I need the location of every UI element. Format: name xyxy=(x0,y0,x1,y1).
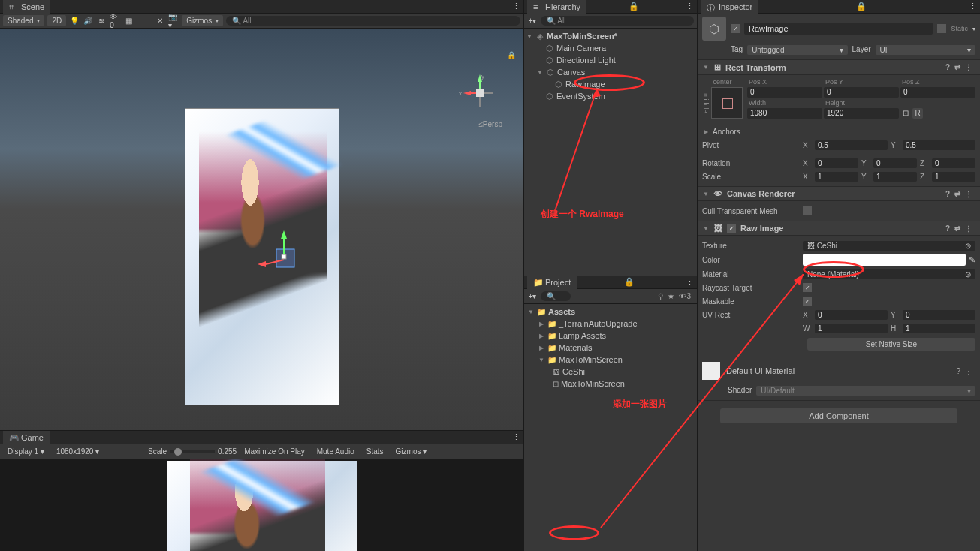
shading-dropdown[interactable]: Shaded xyxy=(3,15,44,26)
pivot-y-field[interactable]: 0.5 xyxy=(903,140,975,150)
static-checkbox[interactable] xyxy=(937,24,946,33)
hidden-icon[interactable]: 👁3 xyxy=(679,292,691,300)
uv-x-field[interactable]: 0 xyxy=(815,310,888,320)
blueprint-icon[interactable]: ⊡ xyxy=(900,108,911,119)
raw-edit-icon[interactable]: R xyxy=(912,108,923,119)
mode-2d-toggle[interactable]: 2D xyxy=(47,15,66,26)
preset-icon[interactable]: ⇄ xyxy=(954,224,960,233)
menu-icon[interactable]: ⋮ xyxy=(965,224,972,233)
cull-checkbox[interactable] xyxy=(803,206,812,215)
lock-gizmo-icon[interactable]: 🔒 xyxy=(507,51,516,59)
project-asset-ceshi[interactable]: 🖼CeShi xyxy=(524,366,697,378)
canvas-renderer-header[interactable]: ▼👁Canvas Renderer?⇄⋮ xyxy=(698,186,980,201)
expand-icon[interactable]: ▼ xyxy=(536,69,544,76)
rot-z-field[interactable]: 0 xyxy=(932,158,975,168)
height-field[interactable]: 1920 xyxy=(824,108,899,119)
uv-w-field[interactable]: 1 xyxy=(815,324,888,333)
rot-y-field[interactable]: 0 xyxy=(873,158,917,168)
posy-field[interactable]: 0 xyxy=(824,87,899,97)
material-preview[interactable] xyxy=(702,362,720,380)
project-folder[interactable]: ▶📁_TerrainAutoUpgrade xyxy=(524,318,697,330)
scene-menu-icon[interactable]: ⋮ xyxy=(512,2,520,11)
component-enabled-checkbox[interactable] xyxy=(727,224,736,233)
display-dropdown[interactable]: Display 1 ▾ xyxy=(3,446,49,457)
help-icon[interactable]: ? xyxy=(945,190,950,198)
orientation-gizmo-icon[interactable]: x y xyxy=(457,71,502,116)
expand-icon[interactable]: ▼ xyxy=(526,33,533,40)
camera-icon[interactable]: 📷▾ xyxy=(168,16,179,26)
hierarchy-item-light[interactable]: ⬡Directional Light xyxy=(524,54,697,66)
expand-icon[interactable]: ▼ xyxy=(702,225,710,232)
width-field[interactable]: 1080 xyxy=(747,108,822,119)
expand-icon[interactable]: ▼ xyxy=(527,309,535,315)
active-checkbox[interactable] xyxy=(731,24,740,33)
help-icon[interactable]: ? xyxy=(945,224,950,233)
lock-icon[interactable]: 🔒 xyxy=(629,2,639,11)
scene-viewport[interactable]: x y ≤Persp 🔒 xyxy=(0,29,523,430)
game-gizmos-dropdown[interactable]: Gizmos ▾ xyxy=(391,446,432,457)
expand-icon[interactable]: ▼ xyxy=(538,357,545,363)
rect-transform-header[interactable]: ▼⊞Rect Transform?⇄⋮ xyxy=(698,59,980,75)
layer-dropdown[interactable]: UI▾ xyxy=(876,45,975,55)
preset-icon[interactable]: ⇄ xyxy=(954,63,960,71)
rot-x-field[interactable]: 0 xyxy=(815,158,858,168)
filter-icon[interactable]: ⚲ xyxy=(658,292,663,300)
favorite-icon[interactable]: ★ xyxy=(668,292,674,300)
pivot-x-field[interactable]: 0.5 xyxy=(815,140,888,150)
expand-icon[interactable]: ▶ xyxy=(538,321,545,327)
expand-icon[interactable]: ▼ xyxy=(702,64,710,71)
project-search[interactable]: 🔍 xyxy=(541,291,571,301)
project-assets[interactable]: ▼📁Assets xyxy=(524,306,697,318)
menu-icon[interactable]: ⋮ xyxy=(965,367,972,375)
posz-field[interactable]: 0 xyxy=(900,87,975,97)
grid-icon[interactable]: ▦ xyxy=(123,16,134,26)
rawimage-header[interactable]: ▼🖼Raw Image?⇄⋮ xyxy=(698,221,980,236)
lock-icon[interactable]: 🔒 xyxy=(856,2,867,11)
gizmos-dropdown[interactable]: Gizmos xyxy=(182,15,223,26)
color-picker-icon[interactable]: ✎ xyxy=(969,255,975,265)
project-asset[interactable]: ⊡MaxToMinScreen xyxy=(524,378,697,390)
inspector-menu-icon[interactable]: ⋮ xyxy=(969,2,977,11)
game-menu-icon[interactable]: ⋮ xyxy=(512,432,520,442)
hierarchy-tab[interactable]: ≡Hierarchy xyxy=(527,0,586,14)
expand-icon[interactable]: ▶ xyxy=(702,128,710,135)
menu-icon[interactable]: ⋮ xyxy=(965,190,972,198)
posx-field[interactable]: 0 xyxy=(747,87,822,97)
uv-y-field[interactable]: 0 xyxy=(903,310,975,320)
project-folder[interactable]: ▶📁Lamp Assets xyxy=(524,330,697,342)
project-folder[interactable]: ▼📁MaxToMinScreen xyxy=(524,354,697,366)
audio-icon[interactable]: 🔊 xyxy=(83,16,93,26)
tools-icon[interactable]: ✕ xyxy=(155,16,165,26)
create-dropdown[interactable]: +▾ xyxy=(527,291,538,302)
preset-icon[interactable]: ⇄ xyxy=(954,190,960,198)
light-icon[interactable]: 💡 xyxy=(69,16,80,26)
scale-z-field[interactable]: 1 xyxy=(932,172,975,182)
image-plane[interactable] xyxy=(185,108,339,405)
game-tab[interactable]: 🎮Game xyxy=(3,431,50,444)
scale-x-field[interactable]: 1 xyxy=(815,172,858,182)
lock-icon[interactable]: 🔒 xyxy=(624,277,635,287)
color-field[interactable] xyxy=(803,254,966,266)
hierarchy-search[interactable]: 🔍 All xyxy=(541,16,694,26)
project-menu-icon[interactable]: ⋮ xyxy=(686,277,694,287)
scene-search[interactable]: 🔍 All xyxy=(226,16,520,26)
name-field[interactable]: RawImage xyxy=(744,23,933,35)
effects-icon[interactable]: ≋ xyxy=(96,16,107,26)
hierarchy-menu-icon[interactable]: ⋮ xyxy=(686,2,694,11)
uv-h-field[interactable]: 1 xyxy=(903,324,975,333)
maximize-toggle[interactable]: Maximize On Play xyxy=(240,446,309,457)
expand-icon[interactable]: ▶ xyxy=(538,333,545,339)
gameobject-icon[interactable]: ⬡ xyxy=(702,17,726,41)
scale-y-field[interactable]: 1 xyxy=(873,172,917,182)
persp-label[interactable]: ≤Persp xyxy=(478,120,502,128)
help-icon[interactable]: ? xyxy=(956,367,960,375)
object-picker-icon[interactable]: ⊙ xyxy=(965,270,971,279)
texture-field[interactable]: 🖼 CeShi⊙ xyxy=(803,241,975,251)
add-component-button[interactable]: Add Component xyxy=(720,408,957,423)
maskable-checkbox[interactable] xyxy=(803,297,812,306)
menu-icon[interactable]: ⋮ xyxy=(965,63,972,71)
material-field[interactable]: None (Material)⊙ xyxy=(803,269,975,279)
project-tab[interactable]: 📁Project xyxy=(527,276,577,289)
raycast-checkbox[interactable] xyxy=(803,283,812,292)
mute-toggle[interactable]: Mute Audio xyxy=(312,446,359,457)
